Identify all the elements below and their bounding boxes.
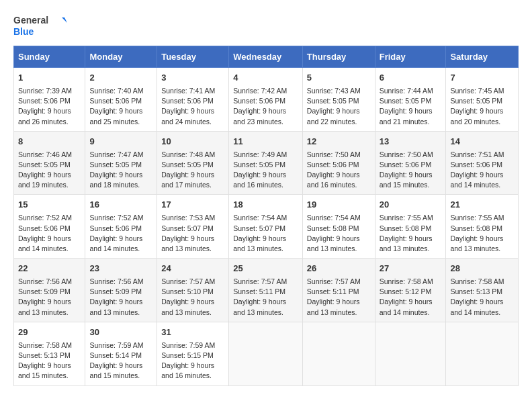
day-number: 15: [18, 199, 81, 212]
daylight-text: Daylight: 9 hours and 20 minutes.: [450, 107, 503, 125]
daylight-text: Daylight: 9 hours and 16 minutes.: [307, 171, 360, 189]
sunrise-text: Sunrise: 7:59 AM: [161, 341, 215, 349]
sunrise-text: Sunrise: 7:54 AM: [307, 214, 361, 222]
header-monday: Monday: [85, 46, 157, 68]
week-row-3: 15 Sunrise: 7:52 AM Sunset: 5:06 PM Dayl…: [14, 195, 519, 259]
cell-week2-day2: 10 Sunrise: 7:48 AM Sunset: 5:05 PM Dayl…: [157, 131, 229, 195]
cell-week1-day6: 7 Sunrise: 7:45 AM Sunset: 5:05 PM Dayli…: [446, 68, 519, 132]
daylight-text: Daylight: 9 hours and 13 minutes.: [233, 298, 286, 316]
sunset-text: Sunset: 5:06 PM: [18, 224, 71, 232]
day-number: 26: [307, 263, 371, 275]
sunrise-text: Sunrise: 7:48 AM: [161, 150, 215, 158]
cell-week5-day4: [302, 322, 375, 385]
cell-week4-day4: 26 Sunrise: 7:57 AM Sunset: 5:11 PM Dayl…: [302, 259, 375, 322]
cell-week3-day3: 18 Sunrise: 7:54 AM Sunset: 5:07 PM Dayl…: [229, 195, 303, 259]
sunrise-text: Sunrise: 7:54 AM: [233, 214, 287, 222]
daylight-text: Daylight: 9 hours and 13 minutes.: [18, 298, 71, 316]
header-wednesday: Wednesday: [229, 46, 303, 68]
daylight-text: Daylight: 9 hours and 15 minutes.: [380, 171, 433, 189]
day-number: 29: [18, 326, 81, 339]
daylight-text: Daylight: 9 hours and 13 minutes.: [161, 298, 214, 316]
cell-week1-day0: 1 Sunrise: 7:39 AM Sunset: 5:06 PM Dayli…: [14, 68, 85, 132]
sunrise-text: Sunrise: 7:58 AM: [18, 341, 72, 349]
sunrise-text: Sunrise: 7:56 AM: [89, 277, 143, 285]
svg-text:Blue: Blue: [13, 26, 34, 37]
daylight-text: Daylight: 9 hours and 19 minutes.: [18, 171, 71, 189]
daylight-text: Daylight: 9 hours and 13 minutes.: [450, 234, 503, 253]
sunset-text: Sunset: 5:06 PM: [380, 161, 432, 169]
sunset-text: Sunset: 5:06 PM: [450, 161, 502, 169]
day-number: 23: [89, 263, 152, 275]
header-sunday: Sunday: [14, 46, 85, 68]
daylight-text: Daylight: 9 hours and 13 minutes.: [307, 298, 360, 316]
daylight-text: Daylight: 9 hours and 14 minutes.: [380, 298, 433, 316]
page-header: General Blue: [13, 13, 519, 39]
day-number: 8: [18, 136, 81, 148]
sunrise-text: Sunrise: 7:45 AM: [450, 87, 504, 95]
sunrise-text: Sunrise: 7:52 AM: [18, 214, 72, 222]
day-number: 5: [307, 72, 371, 85]
sunset-text: Sunset: 5:13 PM: [450, 287, 502, 295]
cell-week4-day5: 27 Sunrise: 7:58 AM Sunset: 5:12 PM Dayl…: [375, 259, 446, 322]
sunset-text: Sunset: 5:06 PM: [89, 97, 142, 105]
daylight-text: Daylight: 9 hours and 22 minutes.: [307, 107, 360, 125]
sunrise-text: Sunrise: 7:44 AM: [380, 87, 433, 95]
daylight-text: Daylight: 9 hours and 16 minutes.: [161, 361, 214, 379]
cell-week5-day5: [375, 322, 446, 385]
day-number: 20: [380, 199, 442, 212]
day-number: 22: [18, 263, 81, 275]
cell-week3-day5: 20 Sunrise: 7:55 AM Sunset: 5:08 PM Dayl…: [375, 195, 446, 259]
sunrise-text: Sunrise: 7:50 AM: [380, 150, 433, 158]
header-thursday: Thursday: [302, 46, 375, 68]
daylight-text: Daylight: 9 hours and 15 minutes.: [18, 361, 71, 379]
sunset-text: Sunset: 5:09 PM: [89, 287, 142, 295]
cell-week3-day0: 15 Sunrise: 7:52 AM Sunset: 5:06 PM Dayl…: [14, 195, 85, 259]
cell-week2-day4: 12 Sunrise: 7:50 AM Sunset: 5:06 PM Dayl…: [302, 131, 375, 195]
week-row-2: 8 Sunrise: 7:46 AM Sunset: 5:05 PM Dayli…: [14, 131, 519, 195]
cell-week4-day6: 28 Sunrise: 7:58 AM Sunset: 5:13 PM Dayl…: [446, 259, 519, 322]
sunset-text: Sunset: 5:11 PM: [307, 287, 359, 295]
day-number: 27: [380, 263, 442, 275]
daylight-text: Daylight: 9 hours and 14 minutes.: [18, 234, 71, 253]
sunset-text: Sunset: 5:06 PM: [89, 224, 142, 232]
day-number: 10: [161, 136, 224, 148]
sunset-text: Sunset: 5:05 PM: [450, 97, 502, 105]
sunrise-text: Sunrise: 7:43 AM: [307, 87, 361, 95]
daylight-text: Daylight: 9 hours and 14 minutes.: [89, 234, 142, 253]
cell-week4-day3: 25 Sunrise: 7:57 AM Sunset: 5:11 PM Dayl…: [229, 259, 303, 322]
sunset-text: Sunset: 5:06 PM: [307, 161, 359, 169]
header-tuesday: Tuesday: [157, 46, 229, 68]
week-row-1: 1 Sunrise: 7:39 AM Sunset: 5:06 PM Dayli…: [14, 68, 519, 132]
daylight-text: Daylight: 9 hours and 14 minutes.: [450, 171, 503, 189]
sunset-text: Sunset: 5:06 PM: [18, 97, 71, 105]
sunset-text: Sunset: 5:05 PM: [307, 97, 359, 105]
day-number: 14: [450, 136, 514, 148]
day-number: 2: [89, 72, 152, 85]
daylight-text: Daylight: 9 hours and 13 minutes.: [233, 234, 286, 253]
daylight-text: Daylight: 9 hours and 13 minutes.: [307, 234, 360, 253]
sunset-text: Sunset: 5:15 PM: [161, 351, 214, 359]
header-row: SundayMondayTuesdayWednesdayThursdayFrid…: [14, 46, 519, 68]
cell-week4-day0: 22 Sunrise: 7:56 AM Sunset: 5:09 PM Dayl…: [14, 259, 85, 322]
day-number: 3: [161, 72, 224, 85]
day-number: 24: [161, 263, 224, 275]
cell-week4-day1: 23 Sunrise: 7:56 AM Sunset: 5:09 PM Dayl…: [85, 259, 157, 322]
sunrise-text: Sunrise: 7:57 AM: [161, 277, 215, 285]
sunset-text: Sunset: 5:05 PM: [161, 161, 214, 169]
daylight-text: Daylight: 9 hours and 15 minutes.: [89, 361, 142, 379]
sunrise-text: Sunrise: 7:42 AM: [233, 87, 287, 95]
day-number: 21: [450, 199, 514, 212]
cell-week4-day2: 24 Sunrise: 7:57 AM Sunset: 5:10 PM Dayl…: [157, 259, 229, 322]
sunset-text: Sunset: 5:05 PM: [380, 97, 432, 105]
daylight-text: Daylight: 9 hours and 26 minutes.: [18, 107, 71, 125]
daylight-text: Daylight: 9 hours and 13 minutes.: [161, 234, 214, 253]
day-number: 17: [161, 199, 224, 212]
cell-week3-day6: 21 Sunrise: 7:55 AM Sunset: 5:08 PM Dayl…: [446, 195, 519, 259]
sunset-text: Sunset: 5:05 PM: [18, 161, 71, 169]
day-number: 13: [380, 136, 442, 148]
cell-week1-day1: 2 Sunrise: 7:40 AM Sunset: 5:06 PM Dayli…: [85, 68, 157, 132]
day-number: 18: [233, 199, 298, 212]
sunrise-text: Sunrise: 7:47 AM: [89, 150, 143, 158]
sunrise-text: Sunrise: 7:50 AM: [307, 150, 361, 158]
cell-week2-day5: 13 Sunrise: 7:50 AM Sunset: 5:06 PM Dayl…: [375, 131, 446, 195]
